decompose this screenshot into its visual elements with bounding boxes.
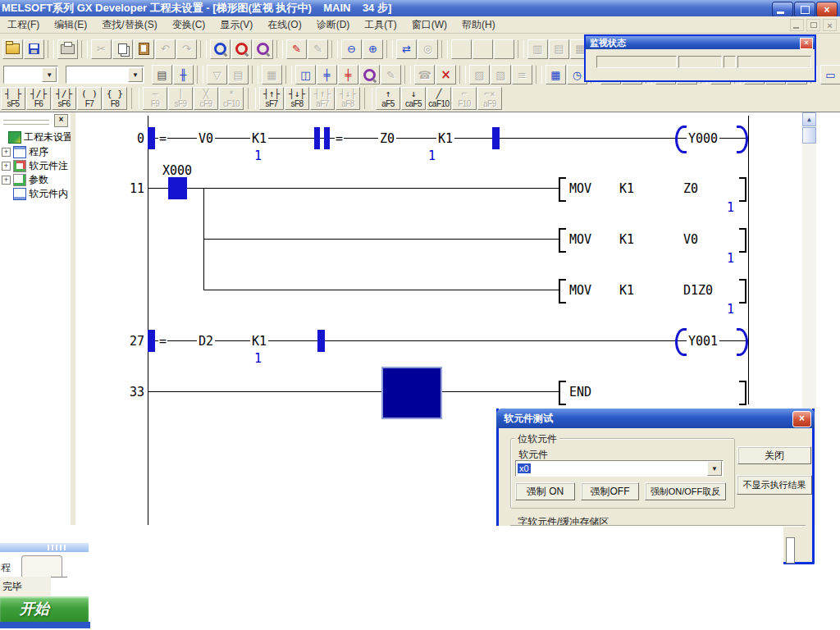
mdi-minimize-icon[interactable] — [790, 19, 804, 31]
device-label[interactable]: V0 — [197, 131, 215, 146]
ladder-cursor[interactable] — [381, 367, 442, 419]
fkey-sF7-button[interactable]: ┤↑├sF7 — [259, 87, 284, 110]
coil-device-label[interactable]: Y001 — [687, 334, 719, 349]
instruction-label[interactable]: END — [568, 385, 593, 399]
comment-window-icon[interactable]: ▤ — [549, 39, 569, 59]
device-batch-monitor-icon[interactable]: ▨ — [469, 65, 490, 84]
panel-grip[interactable] — [3, 116, 49, 121]
comment-display-icon[interactable]: ▤ — [152, 65, 172, 84]
instruction-label[interactable]: MOV — [568, 181, 593, 196]
menu-tools[interactable]: 工具(T) — [357, 16, 404, 34]
monitor-close-icon[interactable]: × — [800, 38, 813, 49]
redo-icon[interactable]: ↷ — [176, 39, 197, 59]
toolbar-grip[interactable] — [48, 545, 67, 550]
coil-active[interactable] — [675, 126, 687, 153]
list-view-icon[interactable]: ▤ — [228, 65, 249, 84]
program-list-icon[interactable]: ▦ — [546, 65, 566, 84]
coil-device-label[interactable]: Y000 — [687, 131, 719, 146]
fkey-F6-button[interactable]: ┤/├F6 — [26, 87, 51, 110]
contact-device-label[interactable]: X000 — [161, 163, 194, 178]
find-contact-coil-icon[interactable] — [253, 39, 273, 59]
dialog-close-icon[interactable]: × — [792, 411, 811, 427]
paste-icon[interactable] — [134, 39, 154, 59]
fkey-F7-button[interactable]: ( )F7 — [77, 87, 102, 110]
mdi-restore-icon[interactable] — [806, 19, 820, 31]
zoom-out-icon[interactable]: ⊖ — [341, 39, 362, 59]
save-project-icon[interactable] — [24, 39, 44, 59]
tree-expand-icon[interactable] — [2, 176, 11, 185]
block-select-combo[interactable]: ▼ — [66, 66, 144, 84]
transfer-setup-icon[interactable]: ⇄ — [396, 39, 417, 59]
force-toggle-button[interactable]: 强制ON/OFF取反 — [645, 482, 726, 500]
fkey-sF6-button[interactable]: ┤/├sF6 — [52, 87, 76, 110]
close-icon[interactable]: × — [816, 2, 838, 17]
device-label[interactable]: K1 — [618, 181, 636, 196]
compare-contact-active[interactable] — [314, 127, 320, 149]
dialog-titlebar[interactable]: 软元件测试 × — [496, 409, 815, 428]
coil-active[interactable] — [737, 126, 748, 153]
instruction-label[interactable]: MOV — [568, 283, 593, 298]
scrollbar-thumb[interactable] — [802, 127, 816, 144]
device-label[interactable]: K1 — [436, 131, 454, 146]
find-next-icon[interactable] — [472, 39, 493, 59]
device-label[interactable]: Z0 — [378, 131, 396, 146]
tree-root-project[interactable]: 工程未设置 — [8, 130, 73, 144]
compare-contact-active[interactable] — [148, 330, 155, 352]
mdi-close-icon[interactable]: × — [823, 19, 837, 31]
device-label[interactable]: D1Z0 — [682, 283, 714, 298]
tree-expand-icon[interactable] — [2, 162, 11, 171]
fkey-F10-button[interactable]: ⌐F10 — [452, 87, 477, 110]
compare-contact-active[interactable] — [492, 127, 500, 149]
comment-edit-icon[interactable]: ✎ — [286, 39, 307, 59]
zoom-in-icon[interactable]: ⊕ — [363, 39, 383, 59]
chevron-down-icon[interactable]: ▼ — [707, 461, 722, 476]
menu-view[interactable]: 显示(V) — [212, 16, 260, 34]
tab[interactable] — [21, 555, 62, 577]
plc-read-icon[interactable]: ☎ — [414, 65, 435, 84]
contact-active[interactable] — [168, 177, 187, 199]
macro-icon[interactable]: ▦ — [262, 65, 282, 84]
fkey-caF10-button[interactable]: ╱caF10 — [427, 87, 451, 110]
ladder-fbd-switch-icon[interactable]: ◫ — [295, 65, 316, 84]
fkey-cF10-button[interactable]: *cF10 — [219, 87, 244, 110]
force-on-button[interactable]: 强制 ON — [515, 482, 575, 500]
fkey-aF9-button[interactable]: ⌐×aF9 — [477, 87, 502, 110]
find-prev-icon[interactable] — [494, 39, 514, 59]
statement-edit-icon[interactable]: ✎ — [308, 39, 328, 59]
menu-project[interactable]: 工程(F) — [0, 16, 47, 34]
monitor-stop-icon[interactable]: × — [436, 65, 456, 84]
device-label[interactable]: Z0 — [682, 181, 700, 196]
monitor-status-titlebar[interactable]: 监视状态 × — [586, 36, 815, 49]
fkey-caF5-button[interactable]: ↓caF5 — [401, 87, 426, 110]
device-label[interactable]: K1 — [250, 334, 268, 349]
device-label[interactable]: D2 — [197, 334, 215, 349]
scroll-up-icon[interactable]: ▲ — [802, 112, 816, 126]
fkey-sF8-button[interactable]: ┤↓├sF8 — [285, 87, 309, 110]
coil-active[interactable] — [737, 328, 748, 356]
device-label[interactable]: V0 — [682, 232, 700, 247]
undo-icon[interactable]: ↶ — [155, 39, 176, 59]
online-globe-icon[interactable]: ◎ — [418, 39, 438, 59]
monitor-write-mode-icon[interactable]: ✎ — [381, 65, 401, 84]
chevron-down-icon[interactable]: ▼ — [128, 67, 143, 82]
find-binoculars-icon[interactable] — [451, 39, 472, 59]
write-mode-icon[interactable]: ╪ — [338, 65, 358, 84]
menu-diagnostics[interactable]: 诊断(D) — [309, 16, 358, 34]
device-label[interactable]: K1 — [618, 283, 636, 298]
fkey-cF9-button[interactable]: ╳cF9 — [194, 87, 218, 110]
instruction-label[interactable]: MOV — [568, 232, 593, 247]
hide-result-button[interactable]: 不显示执行结果 — [737, 475, 812, 495]
panel-close-icon[interactable]: × — [54, 114, 68, 127]
open-project-icon[interactable] — [2, 39, 23, 59]
device-label[interactable]: K1 — [250, 131, 268, 146]
read-mode-icon[interactable]: ╪ — [317, 65, 337, 84]
copy-icon[interactable] — [112, 39, 133, 59]
sfc-view-icon[interactable]: ▽ — [207, 65, 227, 84]
fkey-F8-button[interactable]: { }F8 — [103, 87, 127, 110]
coil-active[interactable] — [675, 328, 687, 356]
fkey-sF9-button[interactable]: │sF9 — [168, 87, 193, 110]
device-label[interactable]: K1 — [618, 232, 636, 247]
menu-help[interactable]: 帮助(H) — [454, 16, 503, 34]
menu-online[interactable]: 在线(O) — [260, 16, 308, 34]
print-icon[interactable] — [57, 39, 78, 59]
